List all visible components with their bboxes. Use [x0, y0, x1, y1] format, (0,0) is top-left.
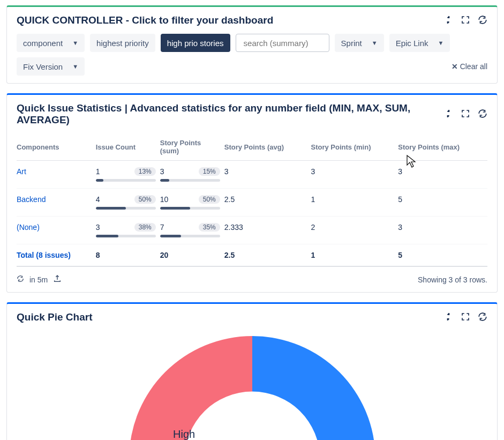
pct-badge: 35% — [199, 223, 220, 232]
search-field[interactable] — [236, 34, 329, 52]
total-sum: 20 — [160, 244, 224, 267]
stats-title: Quick Issue Statistics | Advanced statis… — [17, 102, 443, 126]
refresh-icon[interactable] — [478, 15, 487, 26]
refresh-icon[interactable] — [17, 275, 24, 284]
component-select-label: component — [23, 39, 63, 48]
pie-slice-high[interactable] — [129, 336, 252, 440]
maximize-icon[interactable] — [461, 15, 470, 26]
sp-min-cell: 1 — [311, 189, 398, 217]
pie-title: Quick Pie Chart — [17, 311, 93, 323]
progress-bar — [96, 179, 156, 182]
maximize-icon[interactable] — [461, 109, 470, 120]
panel-actions — [443, 312, 487, 323]
col-sp-max: Story Points (max) — [398, 133, 487, 161]
issue-count-cell: 450% — [96, 189, 160, 217]
table-row: Backend450%1050%2.515 — [17, 189, 487, 217]
total-max: 5 — [398, 244, 487, 267]
sp-avg-cell: 2.333 — [224, 217, 311, 244]
panel-actions — [443, 109, 487, 120]
collapse-icon[interactable] — [443, 15, 453, 26]
collapse-icon[interactable] — [443, 312, 453, 323]
high-prio-stories-chip[interactable]: high prio stories — [161, 34, 230, 52]
sprint-select[interactable]: Sprint ▼ — [335, 34, 384, 52]
col-issue-count: Issue Count — [96, 133, 160, 161]
pct-badge: 50% — [199, 195, 220, 204]
total-count: 8 — [96, 244, 160, 267]
quick-pie-chart-panel: Quick Pie Chart High — [6, 302, 498, 440]
issue-count-cell: 113% — [96, 161, 160, 189]
panel-actions — [443, 15, 487, 26]
stats-table: Components Issue Count Story Points (sum… — [17, 133, 487, 267]
col-sp-avg: Story Points (avg) — [224, 133, 311, 161]
component-link[interactable]: Art — [17, 161, 96, 189]
refresh-icon[interactable] — [478, 312, 487, 323]
pct-badge: 13% — [134, 167, 156, 176]
pct-badge: 15% — [199, 167, 220, 176]
sp-min-cell: 2 — [311, 217, 398, 244]
table-row: Art113%315%333 — [17, 161, 487, 189]
pct-badge: 50% — [134, 195, 156, 204]
sp-sum-cell: 315% — [160, 161, 224, 189]
fix-version-select[interactable]: Fix Version ▼ — [17, 57, 85, 76]
sp-max-cell: 3 — [398, 217, 487, 244]
progress-bar — [96, 207, 156, 210]
sp-max-cell: 3 — [398, 161, 487, 189]
table-row-total: Total (8 issues)8202.515 — [17, 244, 487, 267]
progress-bar — [96, 235, 156, 237]
progress-bar — [160, 207, 220, 210]
close-icon: ✕ — [452, 62, 458, 71]
quick-controller-panel: QUICK CONTROLLER - Click to filter your … — [6, 5, 498, 84]
total-label[interactable]: Total (8 issues) — [17, 244, 96, 267]
chevron-down-icon: ▼ — [72, 63, 78, 70]
pct-badge: 38% — [134, 223, 156, 232]
component-link[interactable]: (None) — [17, 217, 96, 244]
export-icon[interactable] — [53, 274, 62, 285]
sp-avg-cell: 2.5 — [224, 189, 311, 217]
chevron-down-icon: ▼ — [438, 40, 444, 46]
col-sp-min: Story Points (min) — [311, 133, 398, 161]
pie-chart: High — [17, 331, 487, 440]
total-avg: 2.5 — [224, 244, 311, 267]
chevron-down-icon: ▼ — [72, 40, 78, 46]
pie-slice-other[interactable] — [252, 336, 375, 440]
sprint-select-label: Sprint — [341, 39, 362, 48]
table-row: (None)338%735%2.33323 — [17, 217, 487, 244]
epic-link-select-label: Epic Link — [396, 39, 428, 48]
sp-min-cell: 3 — [311, 161, 398, 189]
quick-controller-title: QUICK CONTROLLER - Click to filter your … — [17, 14, 273, 26]
showing-rows-label: Showing 3 of 3 rows. — [418, 275, 487, 284]
filters-row: component ▼ highest priority high prio s… — [17, 34, 487, 52]
component-select[interactable]: component ▼ — [17, 34, 85, 52]
quick-issue-statistics-panel: Quick Issue Statistics | Advanced statis… — [6, 93, 498, 293]
component-link[interactable]: Backend — [17, 189, 96, 217]
clear-all-button[interactable]: ✕ Clear all — [452, 62, 487, 71]
maximize-icon[interactable] — [461, 312, 470, 323]
refresh-in-label: in 5m — [29, 275, 48, 284]
sp-sum-cell: 735% — [160, 217, 224, 244]
pie-label-high: High — [173, 428, 195, 440]
progress-bar — [160, 235, 220, 237]
issue-count-cell: 338% — [96, 217, 160, 244]
total-min: 1 — [311, 244, 398, 267]
col-components: Components — [17, 133, 96, 161]
sp-max-cell: 5 — [398, 189, 487, 217]
collapse-icon[interactable] — [443, 109, 453, 120]
sp-sum-cell: 1050% — [160, 189, 224, 217]
sp-avg-cell: 3 — [224, 161, 311, 189]
pie-svg — [129, 336, 375, 440]
progress-bar — [160, 179, 220, 182]
chevron-down-icon: ▼ — [372, 40, 378, 46]
epic-link-select[interactable]: Epic Link ▼ — [389, 34, 450, 52]
search-input[interactable] — [243, 38, 322, 48]
refresh-icon[interactable] — [478, 109, 487, 120]
col-sp-sum: Story Points (sum) — [160, 133, 224, 161]
clear-all-label: Clear all — [460, 62, 487, 71]
highest-priority-chip[interactable]: highest priority — [90, 34, 155, 52]
fix-version-select-label: Fix Version — [23, 62, 63, 71]
